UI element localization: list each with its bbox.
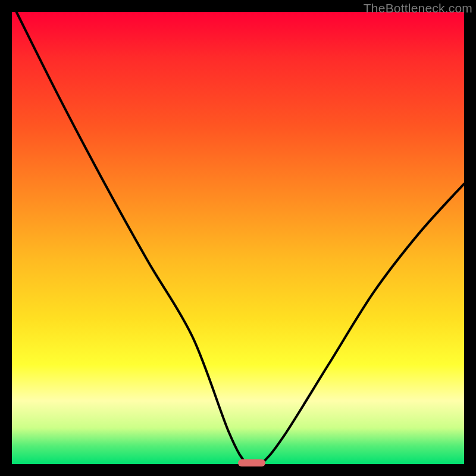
bottleneck-curve: [12, 12, 464, 464]
optimal-marker: [238, 459, 265, 466]
plot-area: [12, 12, 464, 464]
watermark-text: TheBottleneck.com: [364, 1, 472, 15]
chart-frame: TheBottleneck.com: [0, 0, 476, 476]
